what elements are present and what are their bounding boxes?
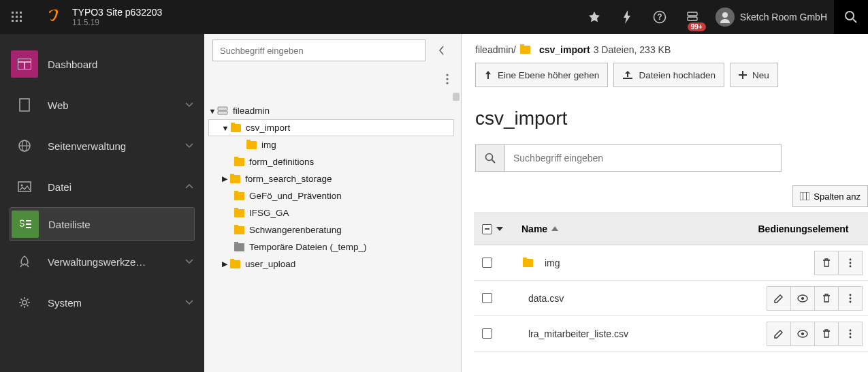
level-up-icon [484,70,492,80]
svg-rect-1 [16,12,18,14]
tree-node[interactable]: form_definitions [208,153,454,170]
scroll-indicator [453,93,460,101]
triangle-right-icon[interactable]: ▶ [221,260,229,268]
row-checkbox[interactable] [482,258,492,268]
tree-node[interactable]: Temporäre Dateien (_temp_) [208,238,454,255]
column-name-header[interactable]: Name [521,223,739,234]
triangle-down-icon[interactable]: ▼ [221,124,229,132]
delete-button[interactable] [814,251,839,275]
cache-button[interactable] [611,0,643,34]
tree-options-button[interactable] [446,74,449,84]
pencil-icon [774,329,784,339]
tree-search-input[interactable] [212,40,425,61]
row-checkbox[interactable] [482,328,492,339]
nav-dashboard[interactable]: Dashboard [0,44,204,84]
table-row[interactable]: data.csv [474,281,868,316]
tree-node[interactable]: GeFö_und_Prävention [208,187,454,204]
triangle-down-icon[interactable]: ▼ [208,107,216,115]
svg-point-31 [446,82,448,84]
tree-node[interactable]: img [208,136,454,153]
delete-button[interactable] [814,322,839,346]
search-button[interactable] [475,144,505,172]
chevron-down-icon [185,102,193,108]
edit-button[interactable] [767,286,791,311]
nav-filelist[interactable]: Dateiliste [10,207,195,241]
trash-icon [822,258,831,268]
upload-button[interactable]: Dateien hochladen [613,63,724,87]
columns-icon [800,192,809,200]
pencil-icon [774,294,784,303]
file-name: lra_mitarbeiter_liste.csv [528,328,628,339]
view-button[interactable] [790,322,815,346]
folder-tree: ▼fileadmin▼csv_importimgform_definitions… [204,91,461,279]
view-button[interactable] [790,286,815,311]
eye-icon [797,330,808,338]
more-button[interactable] [838,322,863,346]
svg-line-15 [853,19,856,22]
apps-grid-icon [12,12,22,22]
tree-node[interactable]: ▼fileadmin [208,102,454,119]
notifications-button[interactable]: 99+ [676,0,709,34]
file-search [475,144,782,172]
chevron-down-icon [185,143,193,149]
help-button[interactable]: ? [643,0,676,34]
tree-node[interactable]: IFSG_GA [208,204,454,221]
apps-grid-button[interactable] [0,0,34,34]
globe-icon [11,132,38,159]
user-name: Sketch Room GmbH [740,12,827,22]
nav-web[interactable]: Web [0,84,204,125]
tree-node[interactable]: ▼csv_import [208,119,454,136]
nav-label: System [48,297,185,309]
svg-rect-3 [12,16,14,18]
folder-tree-pane: ▼fileadmin▼csv_importimgform_definitions… [204,34,462,372]
bookmark-button[interactable] [578,0,611,34]
svg-rect-5 [20,16,22,18]
svg-point-50 [850,332,852,335]
tree-node-label: user_upload [245,259,295,269]
more-button[interactable] [838,251,863,275]
nav-system[interactable]: System [0,282,204,323]
eye-icon [797,294,808,303]
tree-toolbar [204,34,461,67]
folder-icon [233,224,245,236]
nav-admin-tools[interactable]: Verwaltungswerkze… [0,241,204,282]
svg-rect-8 [20,20,22,22]
svg-point-40 [850,262,852,264]
user-icon [719,11,731,23]
collapse-tree-button[interactable] [431,40,453,61]
trash-icon [822,329,831,339]
caret-down-icon[interactable] [496,227,503,231]
dots-vertical-icon [446,74,449,84]
tree-node-label: img [261,140,276,150]
svg-point-24 [21,185,23,187]
svg-point-34 [486,154,493,161]
tree-node[interactable]: ▶form_search_storage [208,170,454,187]
level-up-button[interactable]: Eine Ebene höher gehen [475,63,608,87]
edit-button[interactable] [767,322,791,346]
svg-rect-7 [16,20,18,22]
select-all-checkbox[interactable] [482,224,492,234]
nav-file[interactable]: Datei [0,166,204,207]
tree-node[interactable]: ▶user_upload [208,255,454,273]
table-row[interactable]: img [474,245,868,281]
table-row[interactable]: lra_mitarbeiter_liste.csv [474,316,868,352]
tree-node-label: Temporäre Dateien (_temp_) [249,242,367,252]
columns-button[interactable]: Spalten anz [792,185,868,207]
user-menu[interactable]: Sketch Room GmbH [709,7,834,27]
breadcrumb-root[interactable]: fileadmin/ [475,44,516,55]
new-button[interactable]: Neu [730,63,778,87]
row-checkbox[interactable] [482,293,492,303]
tree-node[interactable]: Schwangerenberatung [208,221,454,238]
folder-icon [245,139,257,151]
file-toolbar: Eine Ebene höher gehen Dateien hochladen… [462,63,868,95]
site-info[interactable]: TYPO3 Site p632203 11.5.19 [68,7,166,27]
delete-button[interactable] [814,286,839,311]
tree-node-label: Schwangerenberatung [249,225,342,235]
typo3-logo[interactable] [34,0,68,34]
file-search-input[interactable] [505,144,782,172]
global-search-button[interactable] [834,0,868,34]
nav-site-management[interactable]: Seitenverwaltung [0,125,204,166]
svg-point-39 [850,258,852,260]
triangle-right-icon[interactable]: ▶ [221,174,229,183]
more-button[interactable] [838,286,863,311]
